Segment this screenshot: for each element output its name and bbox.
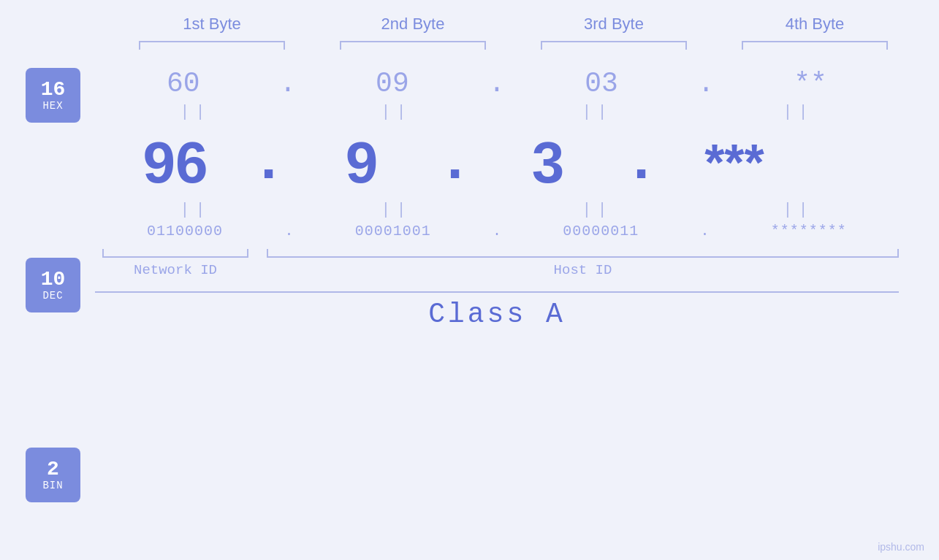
hex-cell-2: 09 (312, 68, 473, 99)
hex-value-4: ** (794, 68, 827, 99)
hex-row: 60 . 09 . 03 . ** (95, 68, 899, 99)
host-bracket (267, 249, 899, 258)
bin-badge-number: 2 (47, 459, 59, 480)
bin-value-3: 00000011 (563, 223, 639, 239)
bin-cell-2: 00001001 (313, 223, 474, 239)
equals-7: || (517, 201, 678, 219)
dec-value-4: *** (704, 134, 764, 192)
top-brackets (112, 41, 916, 50)
class-bottom-line (95, 291, 899, 293)
equals-1: || (115, 103, 276, 121)
hex-value-2: 09 (376, 68, 409, 99)
class-label-container: Class A (95, 299, 899, 330)
equals-4: || (718, 103, 879, 121)
hex-dot-3: . (698, 68, 715, 99)
equals-6: || (316, 201, 477, 219)
hex-badge-number: 16 (41, 80, 66, 100)
dec-cell-3: 3 (468, 129, 628, 196)
bin-value-2: 00001001 (355, 223, 431, 239)
network-bracket (102, 249, 248, 258)
dec-value-1: 96 (143, 129, 208, 196)
bin-cell-3: 00000011 (520, 223, 681, 239)
host-id-section: Host ID (267, 249, 899, 278)
network-id-section: Network ID (95, 249, 256, 278)
bin-cell-4: ******** (729, 223, 889, 239)
dec-value-2: 9 (346, 129, 379, 196)
hex-dot-2: . (489, 68, 506, 99)
hex-cell-4: ** (730, 68, 891, 99)
bin-dot-2: . (493, 223, 501, 239)
equals-2: || (316, 103, 477, 121)
bin-cell-1: 01100000 (104, 223, 265, 239)
data-rows: 60 . 09 . 03 . ** || || || || (95, 68, 939, 560)
host-id-label: Host ID (554, 262, 612, 278)
network-id-label: Network ID (134, 262, 217, 278)
dec-cell-4: *** (654, 134, 815, 192)
dec-badge-number: 10 (41, 269, 66, 290)
byte-headers: 1st Byte 2nd Byte 3rd Byte 4th Byte (112, 15, 916, 34)
equals-row-1: || || || || (95, 103, 899, 121)
byte-header-4: 4th Byte (734, 15, 895, 34)
main-container: 1st Byte 2nd Byte 3rd Byte 4th Byte 16 H… (0, 0, 939, 560)
bracket-4 (742, 41, 888, 50)
dec-cell-2: 9 (281, 129, 442, 196)
hex-value-1: 60 (167, 68, 200, 99)
bracket-3 (541, 41, 687, 50)
bin-row: 01100000 . 00001001 . 00000011 . *******… (95, 223, 899, 239)
bin-badge: 2 BIN (26, 448, 80, 502)
dec-dot-2: . (442, 125, 468, 201)
equals-5: || (115, 201, 276, 219)
equals-3: || (517, 103, 678, 121)
bracket-2 (340, 41, 486, 50)
badges-column: 16 HEX 10 DEC 2 BIN (0, 68, 95, 560)
bin-value-1: 01100000 (147, 223, 223, 239)
equals-8: || (718, 201, 879, 219)
dec-value-3: 3 (532, 129, 565, 196)
watermark: ipshu.com (878, 541, 924, 553)
top-section: 1st Byte 2nd Byte 3rd Byte 4th Byte (0, 15, 939, 64)
hex-cell-3: 03 (521, 68, 682, 99)
dec-dot-3: . (628, 125, 654, 201)
hex-badge: 16 HEX (26, 68, 80, 123)
dec-badge-label: DEC (42, 290, 63, 302)
dec-cell-1: 96 (95, 129, 256, 196)
bin-badge-label: BIN (42, 480, 63, 491)
bottom-bracket-row: Network ID Host ID (95, 249, 899, 278)
dec-row: 96 . 9 . 3 . *** (95, 125, 899, 201)
dec-badge: 10 DEC (26, 258, 80, 312)
middle-section: 16 HEX 10 DEC 2 BIN 60 . 09 (0, 68, 939, 560)
hex-dot-1: . (279, 68, 296, 99)
hex-cell-1: 60 (103, 68, 264, 99)
hex-badge-label: HEX (42, 100, 63, 112)
bin-dot-3: . (700, 223, 709, 239)
bin-value-4: ******** (771, 223, 847, 239)
bracket-1 (139, 41, 285, 50)
dec-dot-1: . (256, 125, 281, 201)
equals-row-2: || || || || (95, 201, 899, 219)
byte-header-2: 2nd Byte (332, 15, 493, 34)
byte-header-3: 3rd Byte (533, 15, 694, 34)
hex-value-3: 03 (585, 68, 618, 99)
byte-header-1: 1st Byte (132, 15, 292, 34)
class-label: Class A (428, 299, 566, 330)
bin-dot-1: . (284, 223, 293, 239)
